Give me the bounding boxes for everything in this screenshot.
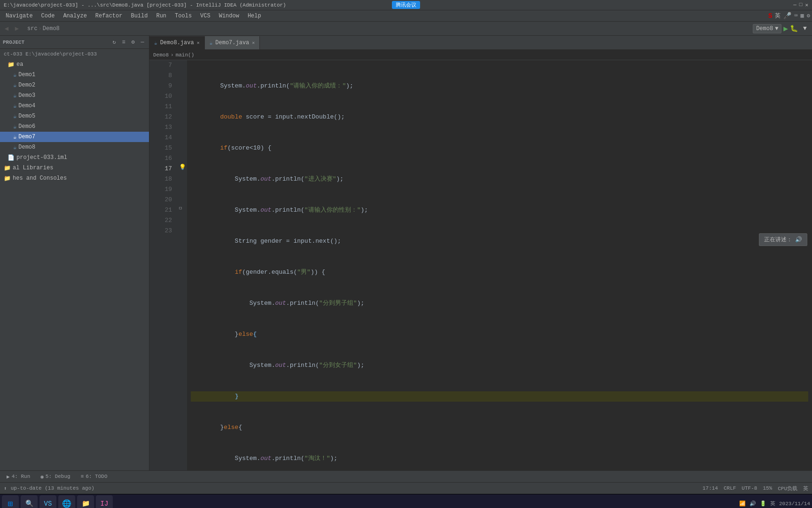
tree-item-demo5[interactable]: ☕ Demo5 — [0, 111, 149, 121]
status-line-col: 17:14 — [703, 485, 718, 491]
ln-15: 15 — [149, 143, 178, 153]
code-area[interactable]: System.out.println("请输入你的成绩："); double s… — [187, 60, 812, 470]
java-icon-7: ☕ — [13, 134, 16, 141]
taskbar-browser[interactable]: 🌐 — [58, 495, 75, 508]
tab-close-demo8[interactable]: ✕ — [197, 40, 200, 46]
iml-icon: 📄 — [8, 154, 15, 161]
explorer-icon: 📁 — [82, 500, 90, 508]
nav-back-icon[interactable]: ◀ — [2, 24, 11, 33]
minimize-icon[interactable]: — — [793, 2, 796, 8]
menu-tools[interactable]: Tools — [171, 12, 195, 20]
ln-20: 20 — [149, 195, 178, 205]
menu-build[interactable]: Build — [127, 12, 151, 20]
settings-icon: ⚙ — [807, 12, 810, 19]
code-path: Demo8 › main() — [149, 50, 812, 60]
code-path-sep: › — [171, 52, 174, 58]
debug-button[interactable]: 🐛 — [790, 24, 798, 32]
tree-item-demo2[interactable]: ☕ Demo2 — [0, 80, 149, 90]
ln-9: 9 — [149, 81, 178, 91]
tree-item-demo4[interactable]: ☕ Demo4 — [0, 101, 149, 111]
taskbar-idea[interactable]: IJ — [96, 495, 113, 508]
tree-item-demo7[interactable]: ☕ Demo7 — [0, 132, 149, 142]
menu-vcs[interactable]: VCS — [196, 12, 214, 20]
tab-debug[interactable]: ◉ 5: Debug — [36, 471, 75, 482]
breadcrumb-sep1: › — [39, 25, 42, 32]
breadcrumb-src: src — [27, 25, 38, 32]
code-line-14: System.out.println("分到男子组"); — [191, 298, 808, 309]
tree-item-ea[interactable]: 📁 ea — [0, 59, 149, 70]
sync-icon[interactable]: ↻ — [110, 39, 118, 46]
code-line-10: System.out.println("进入决赛"); — [191, 174, 808, 184]
taskbar-search[interactable]: 🔍 — [21, 495, 38, 508]
tab-run[interactable]: ▶ 4: Run — [2, 471, 35, 482]
tree-item-demo1[interactable]: ☕ Demo1 — [0, 70, 149, 80]
tab-todo[interactable]: ≡ 6: TODO — [76, 471, 112, 482]
tree-item-iml[interactable]: 📄 project-033.iml — [0, 152, 149, 163]
status-cpu-label: CPU负载 — [778, 485, 797, 492]
run-button[interactable]: ▶ — [783, 24, 788, 33]
menu-run[interactable]: Run — [152, 12, 170, 20]
tree-item-libraries[interactable]: 📁 al Libraries — [0, 163, 149, 173]
tree-item-demo3[interactable]: ☕ Demo3 — [0, 90, 149, 101]
ln-14: 14 — [149, 133, 178, 143]
tree-item-demo6[interactable]: ☕ Demo6 — [0, 121, 149, 132]
settings-tree-icon[interactable]: ⚙ — [129, 39, 137, 46]
menu-bar: Navigate Code Analyze Refactor Build Run… — [0, 10, 812, 22]
libraries-icon: 📁 — [4, 165, 11, 172]
bookmark-icon-21[interactable]: ◻ — [179, 205, 182, 211]
project-dropdown[interactable]: Demo8 ▼ — [753, 24, 781, 33]
ln-8: 8 — [149, 71, 178, 81]
close-icon[interactable]: ✕ — [805, 2, 808, 8]
taskbar-vscode[interactable]: VS — [39, 495, 56, 508]
debug-icon: ◉ — [40, 474, 44, 480]
run-icon: ▶ — [7, 474, 10, 480]
consoles-icon: 📁 — [4, 175, 11, 182]
status-right: 17:14 CRLF UTF-8 15% CPU负载 英 — [703, 485, 808, 492]
ln-13: 13 — [149, 122, 178, 133]
editor-content[interactable]: 7 8 9 10 11 12 13 14 15 16 17 18 19 20 2… — [149, 60, 812, 470]
tree-item-consoles[interactable]: 📁 hes and Consoles — [0, 173, 149, 183]
tree-label-demo5: Demo5 — [18, 113, 35, 119]
browser-icon: 🌐 — [62, 499, 71, 508]
taskbar-explorer[interactable]: 📁 — [77, 495, 94, 508]
tree-label-demo2: Demo2 — [18, 82, 35, 88]
bulb-icon-17[interactable]: 💡 — [179, 164, 186, 171]
tab-icon-demo8: ☕ — [154, 40, 157, 46]
status-bar: ⬆ up-to-date (13 minutes ago) 17:14 CRLF… — [0, 482, 812, 494]
tab-demo8[interactable]: ☕ Demo8.java ✕ — [149, 36, 205, 49]
code-line-19: System.out.println("淘汰！"); — [191, 453, 808, 464]
menu-navigate[interactable]: Navigate — [2, 12, 37, 20]
tab-demo7[interactable]: ☕ Demo7.java ✕ — [205, 36, 260, 49]
code-line-13: if(gender.equals("男")) { — [191, 267, 808, 278]
folder-icon: 📁 — [8, 61, 15, 68]
java-icon-3: ☕ — [13, 92, 16, 99]
menu-code[interactable]: Code — [38, 12, 59, 20]
ln-7: 7 — [149, 60, 178, 71]
search-taskbar-icon: 🔍 — [25, 500, 33, 508]
code-line-12: String gender = input.next(); — [191, 236, 808, 246]
tree-label-libraries: al Libraries — [13, 165, 53, 171]
tab-close-demo7[interactable]: ✕ — [252, 40, 255, 46]
ln-10: 10 — [149, 91, 178, 102]
main-layout: Project ↻ ≡ ⚙ — ct-033 E:\javacode\proje… — [0, 36, 812, 470]
restore-icon[interactable]: □ — [799, 2, 803, 8]
taskbar-start[interactable]: ⊞ — [2, 495, 19, 508]
status-update-text: up-to-date (13 minutes ago) — [11, 485, 94, 491]
hide-tree-icon[interactable]: — — [139, 39, 146, 46]
gutter: 💡 ◻ — [178, 60, 187, 470]
toolbar: ◀ ▶ src › Demo8 Demo8 ▼ ▶ 🐛 ▼ — [0, 22, 812, 36]
tree-path-item[interactable]: ct-033 E:\javacode\project-033 — [0, 49, 149, 59]
menu-analyze[interactable]: Analyze — [59, 12, 90, 20]
nav-forward-icon[interactable]: ▶ — [12, 24, 22, 33]
menu-help[interactable]: Help — [244, 12, 265, 20]
menu-refactor[interactable]: Refactor — [92, 12, 126, 20]
line-numbers: 7 8 9 10 11 12 13 14 15 16 17 18 19 20 2… — [149, 60, 178, 470]
code-line-8: double score = input.nextDouble(); — [191, 112, 808, 122]
collapse-icon[interactable]: ≡ — [120, 39, 127, 46]
debug-label: 5: Debug — [46, 474, 70, 479]
more-run-icon[interactable]: ▼ — [800, 24, 810, 34]
status-crlf: CRLF — [724, 485, 736, 491]
menu-window[interactable]: Window — [215, 12, 243, 20]
tree-item-demo8[interactable]: ☕ Demo8 — [0, 142, 149, 152]
java-icon-6: ☕ — [13, 123, 16, 130]
